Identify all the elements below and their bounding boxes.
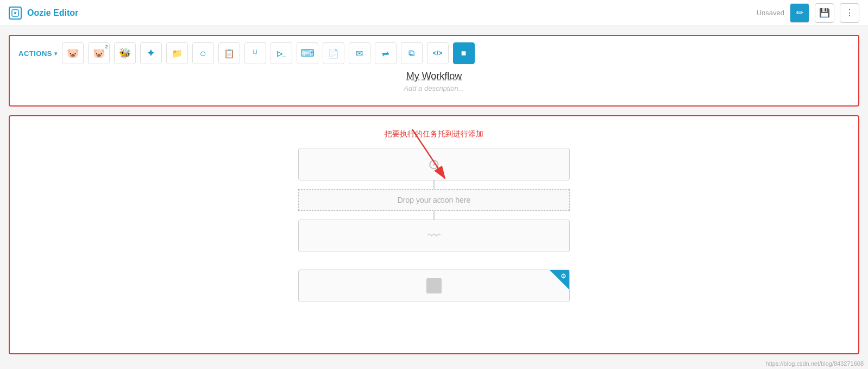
final-end-node[interactable]: ⚙	[298, 270, 570, 302]
svg-point-1	[14, 12, 16, 14]
spark-icon: ✦	[147, 47, 155, 59]
copy-icon: ⧉	[408, 48, 414, 58]
copy-icon-button[interactable]: ⧉	[401, 42, 423, 64]
stop-icon-button[interactable]: ■	[453, 42, 475, 64]
transfer-icon-button[interactable]: ⇌	[375, 42, 397, 64]
toolbar-section: ACTIONS ▾ 🐷 🐷 2 🐝 ✦ 📁 ○	[9, 35, 859, 107]
distcp-icon-button[interactable]: 📁	[166, 42, 188, 64]
config-icon-button[interactable]: 📋	[218, 42, 240, 64]
drop-zone-label: Drop your action here	[398, 196, 471, 204]
canvas-instruction: 把要执行的任务托到进行添加	[36, 129, 832, 139]
actions-dropdown-button[interactable]: ACTIONS ▾	[18, 49, 58, 58]
shell-icon: ▷_	[277, 49, 285, 58]
pig2-icon: 🐷	[93, 47, 105, 59]
pig-icon-button[interactable]: 🐷	[62, 42, 84, 64]
workflow-title-area: My Workflow Add a description...	[18, 71, 850, 92]
stop-icon: ■	[461, 48, 467, 58]
connector-2	[433, 211, 435, 220]
save-button[interactable]: 💾	[815, 3, 834, 23]
email-icon: ✉	[356, 48, 363, 59]
actions-label: ACTIONS	[18, 49, 52, 58]
corner-gear-icon: ⚙	[561, 272, 567, 280]
top-nav: Oozie Editor Unsaved ✏ 💾 ⋮	[0, 0, 868, 26]
email-icon-button[interactable]: ✉	[349, 42, 370, 64]
sqoop-icon-button[interactable]: ⌨	[297, 42, 318, 64]
spark-icon-button[interactable]: ✦	[140, 42, 162, 64]
end-kill-icon: 〰	[427, 228, 441, 243]
doc-icon: 📄	[328, 48, 339, 59]
more-button[interactable]: ⋮	[840, 3, 859, 23]
start-node-icon: ⊙	[428, 156, 440, 173]
main-content: ACTIONS ▾ 🐷 🐷 2 🐝 ✦ 📁 ○	[0, 26, 868, 363]
pig2-icon-button[interactable]: 🐷 2	[88, 42, 110, 64]
code-icon-button[interactable]: </>	[427, 42, 449, 64]
app-title: Oozie Editor	[27, 8, 78, 18]
pig-icon: 🐷	[67, 47, 79, 59]
app-logo	[9, 7, 22, 20]
nav-left: Oozie Editor	[9, 7, 78, 20]
hive-icon: 🐝	[119, 47, 131, 59]
workflow-title[interactable]: My Workflow	[406, 71, 462, 82]
nav-right: Unsaved ✏ 💾 ⋮	[757, 3, 859, 23]
file-config-icon: 📋	[224, 48, 235, 59]
java-circle-icon: ○	[199, 47, 206, 60]
workflow-nodes: ⊙ Drop your action here 〰 ⚙	[293, 148, 575, 302]
drop-zone[interactable]: Drop your action here	[298, 189, 570, 211]
actions-caret: ▾	[54, 51, 58, 57]
git-fork-icon: ⑂	[252, 48, 258, 59]
java-icon-button[interactable]: ○	[192, 42, 214, 64]
distcp-icon: 📁	[172, 48, 183, 59]
unsaved-label: Unsaved	[757, 9, 784, 17]
end-node-square-icon	[426, 278, 442, 293]
workflow-description[interactable]: Add a description...	[18, 84, 850, 92]
start-node[interactable]: ⊙	[298, 148, 570, 180]
shell-icon-button[interactable]: ▷_	[271, 42, 292, 64]
transfer-icon: ⇌	[382, 48, 389, 59]
hive-icon-button[interactable]: 🐝	[114, 42, 136, 64]
edit-button[interactable]: ✏	[790, 3, 809, 23]
end-kill-node[interactable]: 〰	[298, 220, 570, 252]
canvas-section: 把要执行的任务托到进行添加 ⊙ Drop your action here	[9, 115, 859, 354]
fork-icon-button[interactable]: ⑂	[244, 42, 266, 64]
toolbar-row: ACTIONS ▾ 🐷 🐷 2 🐝 ✦ 📁 ○	[18, 42, 850, 64]
url-bar: https://blog.csdn.net/blog/843271608	[766, 360, 864, 367]
sqoop-icon: ⌨	[300, 47, 315, 59]
code-icon: </>	[433, 49, 442, 57]
connector-1	[433, 180, 435, 189]
pig2-badge: 2	[105, 44, 108, 49]
doc-icon-button[interactable]: 📄	[323, 42, 344, 64]
